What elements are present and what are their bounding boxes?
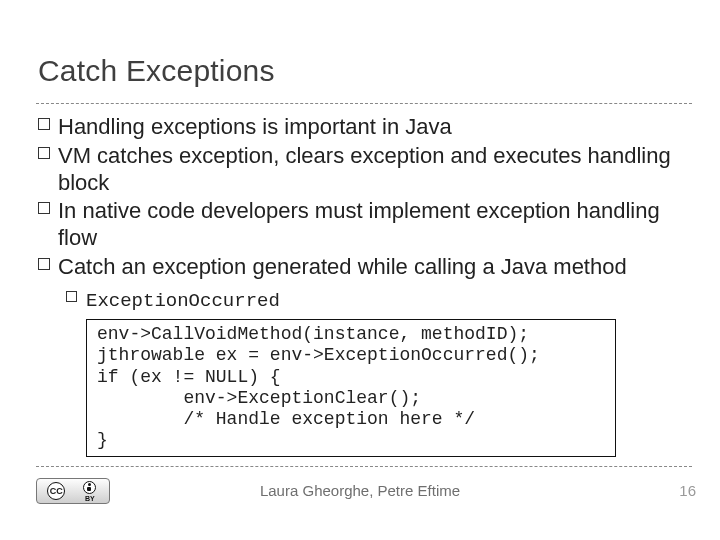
bullet-square-icon	[66, 291, 77, 302]
footer-authors: Laura Gheorghe, Petre Eftime	[0, 482, 720, 499]
bullet-item: VM catches exception, clears exception a…	[38, 143, 684, 197]
bullet-text: VM catches exception, clears exception a…	[58, 143, 671, 195]
bullet-square-icon	[38, 118, 50, 130]
slide: Catch Exceptions Handling exceptions is …	[0, 0, 720, 540]
bullet-item: Catch an exception generated while calli…	[38, 254, 684, 281]
slide-body: Handling exceptions is important in Java…	[38, 114, 684, 457]
divider-bottom	[36, 466, 692, 467]
bullet-text: In native code developers must implement…	[58, 198, 660, 250]
bullet-square-icon	[38, 258, 50, 270]
bullet-item: Handling exceptions is important in Java	[38, 114, 684, 141]
page-number: 16	[679, 482, 696, 499]
sub-bullet-text: ExceptionOccurred	[86, 290, 280, 312]
bullet-text: Handling exceptions is important in Java	[58, 114, 452, 139]
divider-top	[36, 103, 692, 104]
bullet-item: In native code developers must implement…	[38, 198, 684, 252]
bullet-square-icon	[38, 202, 50, 214]
sub-bullet-item: ExceptionOccurred	[66, 287, 684, 313]
bullet-square-icon	[38, 147, 50, 159]
slide-title: Catch Exceptions	[38, 54, 275, 88]
code-block: env->CallVoidMethod(instance, methodID);…	[86, 319, 616, 456]
bullet-text: Catch an exception generated while calli…	[58, 254, 627, 279]
